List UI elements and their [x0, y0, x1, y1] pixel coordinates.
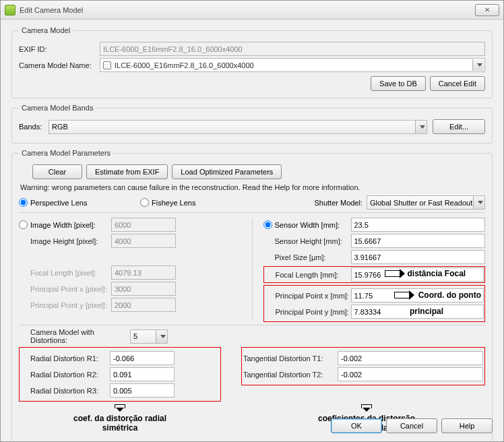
col-pixel: Image Width [pixel]: Image Height [pixel… [19, 216, 241, 314]
vertical-separator [252, 218, 253, 319]
focal-mm-label: Focal Length [mm]: [265, 271, 351, 279]
image-height-label: Image Height [pixel]: [19, 237, 111, 245]
ppx-mm-input[interactable] [351, 288, 484, 303]
distortion-order-label: Camera Model with Distortions: [19, 328, 130, 344]
estimate-exif-button[interactable]: Estimate from EXIF [86, 164, 168, 179]
image-width-input [111, 218, 176, 232]
t1-label: Tangential Distortion T1: [243, 354, 338, 362]
r1-label: Radial Distortion R1: [21, 354, 110, 362]
r1-input[interactable] [110, 351, 175, 365]
chevron-down-icon [472, 59, 484, 71]
camera-name-select[interactable]: ILCE-6000_E16mmF2.8_16.0_6000x4000 [100, 58, 485, 72]
chevron-down-icon [473, 196, 484, 209]
annotation-radial-1: coef. da distorção radial [19, 414, 221, 423]
annotation-radial-2: simétrica [19, 423, 221, 433]
pixel-size-input[interactable] [351, 250, 486, 264]
edit-bands-button[interactable]: Edit... [433, 119, 485, 134]
titlebar: Edit Camera Model ✕ [1, 1, 503, 20]
save-to-db-button[interactable]: Save to DB [371, 76, 426, 91]
content-area: Camera Model EXIF ID: Camera Model Name:… [1, 20, 503, 442]
chevron-down-icon [156, 330, 167, 343]
warning-text: Warning: wrong parameters can cause fail… [20, 183, 485, 191]
legend-camera-model: Camera Model [19, 26, 73, 34]
camera-name-value: ILCE-6000_E16mmF2.8_16.0_6000x4000 [115, 61, 254, 69]
bands-select[interactable] [49, 120, 427, 134]
sensor-height-label: Sensor Height [mm]: [263, 237, 351, 245]
group-camera-model: Camera Model EXIF ID: Camera Model Name:… [11, 26, 493, 98]
perspective-lens-radio[interactable]: Perspective Lens [19, 198, 140, 207]
ppx-mm-label: Principal Point x [mm]: [265, 292, 351, 300]
r2-label: Radial Distortion R2: [21, 371, 110, 379]
ppy-mm-input[interactable] [351, 305, 484, 319]
dialog-edit-camera-model: Edit Camera Model ✕ Camera Model EXIF ID… [0, 0, 504, 442]
exif-id-label: EXIF ID: [19, 45, 100, 53]
bands-label: Bands: [19, 123, 49, 131]
t2-input[interactable] [338, 367, 483, 381]
clear-button[interactable]: Clear [32, 164, 82, 179]
group-bands: Camera Model Bands Bands: Edit... [11, 104, 493, 144]
ppx-pixel-label: Principal Point x [pixel]: [19, 285, 111, 293]
ppy-mm-label: Principal Point y [mm]: [265, 308, 351, 316]
arrow-down-icon [360, 403, 373, 412]
focal-pixel-input [111, 265, 176, 280]
r3-label: Radial Distortion R3: [21, 387, 110, 395]
dialog-button-bar: OK Cancel Help [331, 418, 493, 433]
shutter-model-select[interactable] [367, 195, 485, 210]
pixel-size-label: Pixel Size [µm]: [263, 253, 351, 261]
t1-input[interactable] [338, 351, 483, 365]
col-mm: Sensor Width [mm]: Sensor Height [mm]: P… [263, 216, 486, 322]
fisheye-lens-radio[interactable]: Fisheye Lens [140, 198, 261, 207]
group-parameters: Camera Model Parameters Clear Estimate f… [11, 149, 493, 442]
chevron-down-icon [415, 121, 427, 133]
load-optimized-button[interactable]: Load Optimized Parameters [172, 164, 282, 179]
sensor-width-input[interactable] [351, 218, 486, 232]
app-icon [5, 5, 15, 15]
ppx-pixel-input [111, 282, 176, 296]
exif-id-input [100, 42, 485, 56]
ok-button[interactable]: OK [331, 418, 382, 433]
legend-parameters: Camera Model Parameters [19, 149, 113, 157]
radial-distortion-box: Radial Distortion R1: Radial Distortion … [19, 347, 221, 402]
unit-pixel-radio[interactable]: Image Width [pixel]: [19, 220, 111, 229]
close-button[interactable]: ✕ [475, 4, 499, 16]
arrow-down-icon [113, 403, 127, 412]
t2-label: Tangential Distortion T2: [243, 371, 338, 379]
unit-mm-radio[interactable]: Sensor Width [mm]: [263, 220, 351, 229]
r2-input[interactable] [110, 367, 175, 381]
focal-mm-input[interactable] [351, 267, 484, 282]
cancel-edit-button[interactable]: Cancel Edit [430, 76, 485, 91]
camera-name-label: Camera Model Name: [19, 61, 100, 69]
help-button[interactable]: Help [441, 418, 493, 433]
sensor-height-input[interactable] [351, 234, 486, 248]
tangential-distortion-box: Tangential Distortion T1: Tangential Dis… [241, 347, 485, 385]
window-title: Edit Camera Model [20, 6, 475, 14]
ppy-pixel-input [111, 298, 176, 312]
ppy-pixel-label: Principal Point y [pixel]: [19, 301, 111, 309]
focal-pixel-label: Focal Length [pixel]: [19, 269, 111, 277]
image-height-input [111, 234, 176, 248]
legend-bands: Camera Model Bands [19, 104, 96, 112]
cancel-button[interactable]: Cancel [386, 418, 437, 433]
r3-input[interactable] [110, 383, 175, 398]
database-icon [103, 61, 111, 69]
shutter-model-label: Shutter Model: [314, 199, 363, 207]
